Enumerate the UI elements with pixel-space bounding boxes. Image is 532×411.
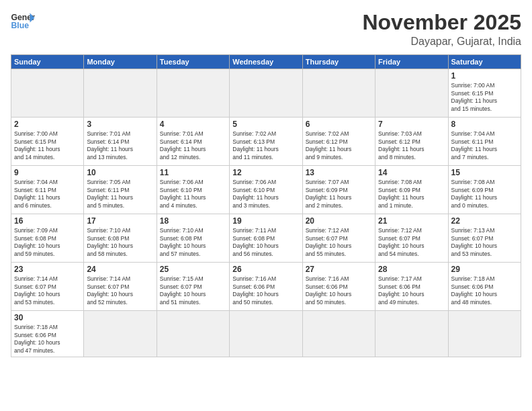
calendar-cell bbox=[84, 69, 157, 118]
calendar-cell: 8Sunrise: 7:04 AM Sunset: 6:11 PM Daylig… bbox=[448, 118, 521, 166]
day-number: 13 bbox=[306, 168, 372, 177]
day-info: Sunrise: 7:00 AM Sunset: 6:15 PM Dayligh… bbox=[14, 130, 81, 161]
day-info: Sunrise: 7:14 AM Sunset: 6:07 PM Dayligh… bbox=[87, 275, 153, 306]
day-number: 12 bbox=[232, 168, 299, 177]
svg-text:Blue: Blue bbox=[11, 21, 30, 30]
day-info: Sunrise: 7:05 AM Sunset: 6:11 PM Dayligh… bbox=[87, 179, 153, 210]
day-number: 26 bbox=[232, 265, 299, 274]
day-number: 23 bbox=[14, 265, 81, 274]
day-info: Sunrise: 7:12 AM Sunset: 6:07 PM Dayligh… bbox=[306, 227, 372, 258]
weekday-header-row: SundayMondayTuesdayWednesdayThursdayFrid… bbox=[11, 55, 521, 69]
day-number: 19 bbox=[232, 216, 299, 226]
weekday-wednesday: Wednesday bbox=[230, 55, 302, 69]
calendar-cell bbox=[230, 311, 302, 357]
week-row-3: 16Sunrise: 7:09 AM Sunset: 6:08 PM Dayli… bbox=[11, 214, 521, 263]
title-block: November 2025 Dayapar, Gujarat, India bbox=[362, 11, 521, 48]
calendar-cell: 22Sunrise: 7:13 AM Sunset: 6:07 PM Dayli… bbox=[448, 214, 521, 263]
day-number: 3 bbox=[87, 120, 153, 129]
day-number: 29 bbox=[451, 265, 518, 274]
day-number: 11 bbox=[160, 168, 226, 177]
calendar-cell bbox=[157, 311, 229, 357]
location-title: Dayapar, Gujarat, India bbox=[362, 36, 521, 48]
day-info: Sunrise: 7:08 AM Sunset: 6:09 PM Dayligh… bbox=[451, 179, 518, 210]
calendar-cell bbox=[157, 69, 229, 118]
calendar-cell: 20Sunrise: 7:12 AM Sunset: 6:07 PM Dayli… bbox=[302, 214, 375, 263]
day-number: 14 bbox=[378, 168, 445, 177]
calendar-cell: 29Sunrise: 7:18 AM Sunset: 6:06 PM Dayli… bbox=[448, 263, 521, 311]
calendar-cell: 5Sunrise: 7:02 AM Sunset: 6:13 PM Daylig… bbox=[230, 118, 302, 166]
week-row-2: 9Sunrise: 7:04 AM Sunset: 6:11 PM Daylig… bbox=[11, 166, 521, 214]
day-number: 9 bbox=[14, 168, 81, 177]
calendar-cell: 6Sunrise: 7:02 AM Sunset: 6:12 PM Daylig… bbox=[302, 118, 375, 166]
calendar-cell: 1Sunrise: 7:00 AM Sunset: 6:15 PM Daylig… bbox=[448, 69, 521, 118]
calendar-cell: 9Sunrise: 7:04 AM Sunset: 6:11 PM Daylig… bbox=[11, 166, 84, 214]
calendar-cell: 7Sunrise: 7:03 AM Sunset: 6:12 PM Daylig… bbox=[375, 118, 448, 166]
calendar-cell: 16Sunrise: 7:09 AM Sunset: 6:08 PM Dayli… bbox=[11, 214, 84, 263]
calendar-cell: 30Sunrise: 7:18 AM Sunset: 6:06 PM Dayli… bbox=[11, 311, 84, 357]
logo: General Blue bbox=[11, 11, 35, 30]
calendar-cell: 3Sunrise: 7:01 AM Sunset: 6:14 PM Daylig… bbox=[84, 118, 157, 166]
calendar-cell: 24Sunrise: 7:14 AM Sunset: 6:07 PM Dayli… bbox=[84, 263, 157, 311]
day-info: Sunrise: 7:16 AM Sunset: 6:06 PM Dayligh… bbox=[232, 275, 299, 306]
day-info: Sunrise: 7:09 AM Sunset: 6:08 PM Dayligh… bbox=[14, 227, 81, 258]
day-number: 21 bbox=[378, 216, 445, 226]
day-number: 20 bbox=[306, 216, 372, 226]
calendar-cell bbox=[302, 69, 375, 118]
calendar-cell: 17Sunrise: 7:10 AM Sunset: 6:08 PM Dayli… bbox=[84, 214, 157, 263]
day-number: 4 bbox=[160, 120, 226, 129]
week-row-4: 23Sunrise: 7:14 AM Sunset: 6:07 PM Dayli… bbox=[11, 263, 521, 311]
calendar-cell: 23Sunrise: 7:14 AM Sunset: 6:07 PM Dayli… bbox=[11, 263, 84, 311]
day-number: 16 bbox=[14, 216, 81, 226]
day-number: 5 bbox=[232, 120, 299, 129]
calendar-cell: 18Sunrise: 7:10 AM Sunset: 6:08 PM Dayli… bbox=[157, 214, 229, 263]
calendar-cell: 4Sunrise: 7:01 AM Sunset: 6:14 PM Daylig… bbox=[157, 118, 229, 166]
day-info: Sunrise: 7:08 AM Sunset: 6:09 PM Dayligh… bbox=[378, 179, 445, 210]
weekday-thursday: Thursday bbox=[302, 55, 375, 69]
day-info: Sunrise: 7:18 AM Sunset: 6:06 PM Dayligh… bbox=[14, 324, 81, 355]
day-number: 24 bbox=[87, 265, 153, 274]
day-info: Sunrise: 7:06 AM Sunset: 6:10 PM Dayligh… bbox=[232, 179, 299, 210]
day-number: 7 bbox=[378, 120, 445, 129]
calendar-cell bbox=[84, 311, 157, 357]
calendar-cell: 28Sunrise: 7:17 AM Sunset: 6:06 PM Dayli… bbox=[375, 263, 448, 311]
day-info: Sunrise: 7:13 AM Sunset: 6:07 PM Dayligh… bbox=[451, 227, 518, 258]
header: General Blue November 2025 Dayapar, Guja… bbox=[11, 11, 521, 48]
day-info: Sunrise: 7:02 AM Sunset: 6:12 PM Dayligh… bbox=[306, 130, 372, 161]
calendar-cell bbox=[11, 69, 84, 118]
day-number: 27 bbox=[306, 265, 372, 274]
day-info: Sunrise: 7:04 AM Sunset: 6:11 PM Dayligh… bbox=[451, 130, 518, 161]
calendar-cell: 2Sunrise: 7:00 AM Sunset: 6:15 PM Daylig… bbox=[11, 118, 84, 166]
day-info: Sunrise: 7:10 AM Sunset: 6:08 PM Dayligh… bbox=[87, 227, 153, 258]
calendar-cell: 27Sunrise: 7:16 AM Sunset: 6:06 PM Dayli… bbox=[302, 263, 375, 311]
day-number: 17 bbox=[87, 216, 153, 226]
weekday-tuesday: Tuesday bbox=[157, 55, 229, 69]
day-info: Sunrise: 7:18 AM Sunset: 6:06 PM Dayligh… bbox=[451, 275, 518, 306]
day-info: Sunrise: 7:03 AM Sunset: 6:12 PM Dayligh… bbox=[378, 130, 445, 161]
calendar-cell: 11Sunrise: 7:06 AM Sunset: 6:10 PM Dayli… bbox=[157, 166, 229, 214]
calendar-cell bbox=[230, 69, 302, 118]
page: General Blue November 2025 Dayapar, Guja… bbox=[0, 0, 532, 411]
calendar-cell: 10Sunrise: 7:05 AM Sunset: 6:11 PM Dayli… bbox=[84, 166, 157, 214]
day-info: Sunrise: 7:04 AM Sunset: 6:11 PM Dayligh… bbox=[14, 179, 81, 210]
day-number: 25 bbox=[160, 265, 226, 274]
day-number: 8 bbox=[451, 120, 518, 129]
day-number: 10 bbox=[87, 168, 153, 177]
logo-icon: General Blue bbox=[11, 11, 35, 30]
day-number: 22 bbox=[451, 216, 518, 226]
weekday-sunday: Sunday bbox=[11, 55, 84, 69]
day-number: 6 bbox=[306, 120, 372, 129]
month-title: November 2025 bbox=[362, 11, 521, 34]
day-info: Sunrise: 7:15 AM Sunset: 6:07 PM Dayligh… bbox=[160, 275, 226, 306]
calendar-cell: 12Sunrise: 7:06 AM Sunset: 6:10 PM Dayli… bbox=[230, 166, 302, 214]
day-info: Sunrise: 7:00 AM Sunset: 6:15 PM Dayligh… bbox=[451, 82, 518, 113]
day-info: Sunrise: 7:07 AM Sunset: 6:09 PM Dayligh… bbox=[306, 179, 372, 210]
day-number: 1 bbox=[451, 71, 518, 81]
day-number: 28 bbox=[378, 265, 445, 274]
weekday-saturday: Saturday bbox=[448, 55, 521, 69]
calendar-cell: 15Sunrise: 7:08 AM Sunset: 6:09 PM Dayli… bbox=[448, 166, 521, 214]
day-info: Sunrise: 7:01 AM Sunset: 6:14 PM Dayligh… bbox=[160, 130, 226, 161]
day-number: 2 bbox=[14, 120, 81, 129]
calendar-table: SundayMondayTuesdayWednesdayThursdayFrid… bbox=[11, 54, 521, 357]
day-info: Sunrise: 7:10 AM Sunset: 6:08 PM Dayligh… bbox=[160, 227, 226, 258]
week-row-1: 2Sunrise: 7:00 AM Sunset: 6:15 PM Daylig… bbox=[11, 118, 521, 166]
